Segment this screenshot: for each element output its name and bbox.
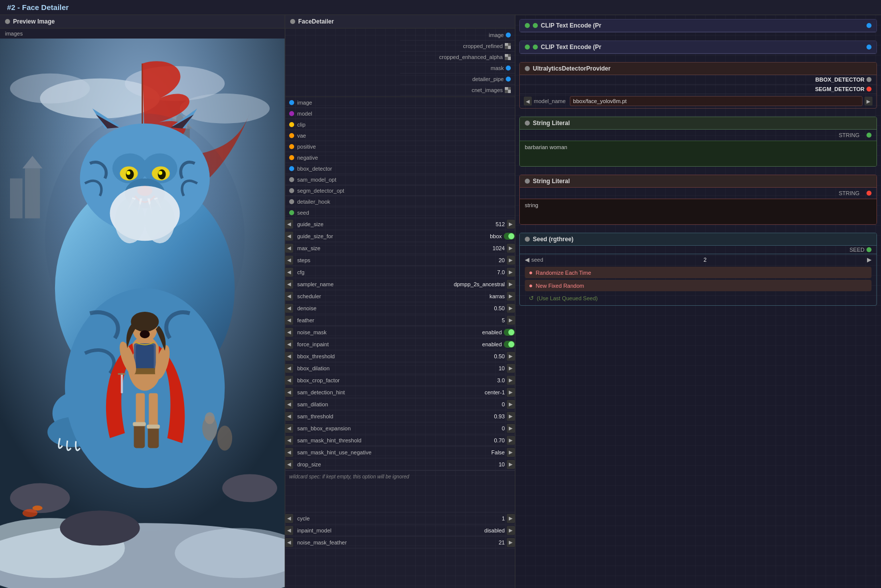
bbox-threshold-left-btn[interactable]: ◀	[285, 352, 293, 361]
randomize-icon: ●	[529, 269, 533, 276]
string-literal-2: String Literal STRING string	[519, 175, 877, 225]
seed-dec-btn[interactable]: ◀	[525, 256, 529, 263]
string2-type-label: STRING	[833, 189, 864, 198]
feather-left-btn[interactable]: ◀	[285, 316, 293, 325]
input-vae-dot	[289, 133, 294, 138]
sam-mask-neg-left-btn[interactable]: ◀	[285, 448, 293, 457]
sam-detection-label: sam_detection_hint	[293, 388, 482, 397]
sam-mask-thresh-left-btn[interactable]: ◀	[285, 436, 293, 445]
sam-dilation-label: sam_dilation	[293, 400, 482, 409]
bbox-crop-left-btn[interactable]: ◀	[285, 376, 293, 385]
string1-dot	[525, 121, 530, 126]
svg-point-71	[60, 510, 140, 545]
inpaint-model-right-btn[interactable]: ▶	[507, 526, 515, 535]
sam-mask-thresh-right-btn[interactable]: ▶	[507, 436, 515, 445]
max-size-left-btn[interactable]: ◀	[285, 244, 293, 253]
clip-node-1: CLIP Text Encode (Pr	[519, 19, 877, 33]
denoise-right-btn[interactable]: ▶	[507, 304, 515, 313]
steps-right-btn[interactable]: ▶	[507, 256, 515, 265]
noise-mask-toggle[interactable]	[504, 329, 515, 336]
denoise-row: ◀ denoise 0.50 ▶	[285, 302, 515, 314]
input-negative-dot	[289, 155, 294, 160]
noise-mask-feather-left-btn[interactable]: ◀	[285, 538, 293, 547]
right-panel: CLIP Text Encode (Pr CLIP Text Encode (P…	[515, 15, 881, 588]
force-inpaint-left-btn[interactable]: ◀	[285, 340, 293, 349]
steps-left-btn[interactable]: ◀	[285, 256, 293, 265]
clip1-left-dot2	[533, 23, 538, 28]
seed-stepper-row: ◀ seed 2 ▶	[520, 254, 876, 265]
preview-dot	[5, 19, 10, 24]
sam-threshold-right-btn[interactable]: ▶	[507, 412, 515, 421]
sampler-left-btn[interactable]: ◀	[285, 280, 293, 289]
sam-threshold-left-btn[interactable]: ◀	[285, 412, 293, 421]
force-inpaint-toggle[interactable]	[504, 341, 515, 348]
bbox-dilation-right-btn[interactable]: ▶	[507, 364, 515, 373]
feather-value: 5	[482, 317, 507, 323]
output-pipe-dot	[506, 77, 511, 82]
bbox-crop-value: 3.0	[482, 377, 507, 383]
sampler-right-btn[interactable]: ▶	[507, 280, 515, 289]
sam-bbox-exp-left-btn[interactable]: ◀	[285, 424, 293, 433]
cfg-left-btn[interactable]: ◀	[285, 268, 293, 277]
clip2-left-dot2	[533, 45, 538, 50]
bbox-crop-row: ◀ bbox_crop_factor 3.0 ▶	[285, 374, 515, 386]
input-negative-label: negative	[297, 155, 318, 161]
drop-size-left-btn[interactable]: ◀	[285, 460, 293, 469]
scheduler-right-btn[interactable]: ▶	[507, 292, 515, 301]
randomize-btn[interactable]: ● Randomize Each Time	[525, 267, 871, 278]
model-name-left-btn[interactable]: ◀	[524, 97, 532, 106]
seed-inc-btn[interactable]: ▶	[867, 256, 871, 263]
sam-bbox-exp-right-btn[interactable]: ▶	[507, 424, 515, 433]
noise-mask-left-btn[interactable]: ◀	[285, 328, 293, 337]
cycle-left-btn[interactable]: ◀	[285, 514, 293, 523]
guide-size-left-btn[interactable]: ◀	[285, 220, 293, 229]
scheduler-value: karras	[482, 293, 507, 299]
sam-mask-thresh-label: sam_mask_hint_threshold	[293, 436, 482, 445]
noise-mask-row: ◀ noise_mask enabled	[285, 326, 515, 338]
new-fixed-label: New Fixed Random	[536, 283, 584, 289]
drop-size-right-btn[interactable]: ▶	[507, 460, 515, 469]
fantasy-image	[0, 39, 285, 588]
left-panel: Preview Image images	[0, 15, 285, 588]
bbox-detector-dot	[866, 77, 871, 82]
sam-mask-neg-right-btn[interactable]: ▶	[507, 448, 515, 457]
cycle-right-btn[interactable]: ▶	[507, 514, 515, 523]
input-model-label: model	[297, 111, 312, 117]
last-queued-icon: ↺	[529, 295, 534, 302]
bbox-crop-right-btn[interactable]: ▶	[507, 376, 515, 385]
inpaint-model-left-btn[interactable]: ◀	[285, 526, 293, 535]
guide-size-for-toggle[interactable]	[504, 233, 515, 240]
input-sam-dot	[289, 177, 294, 182]
model-name-right-btn[interactable]: ▶	[864, 97, 872, 106]
bbox-threshold-right-btn[interactable]: ▶	[507, 352, 515, 361]
guide-size-right-btn[interactable]: ▶	[507, 220, 515, 229]
new-fixed-btn[interactable]: ● New Fixed Random	[525, 280, 871, 291]
string2-content[interactable]: string	[520, 199, 876, 224]
model-name-input[interactable]	[570, 96, 862, 106]
steps-row: ◀ steps 20 ▶	[285, 254, 515, 266]
svg-rect-49	[133, 368, 158, 374]
sam-detection-right-btn[interactable]: ▶	[507, 388, 515, 397]
feather-right-btn[interactable]: ▶	[507, 316, 515, 325]
max-size-right-btn[interactable]: ▶	[507, 244, 515, 253]
last-queued-btn[interactable]: ↺ (Use Last Queued Seed)	[525, 293, 871, 304]
svg-point-28	[127, 171, 131, 175]
guide-size-for-left-btn[interactable]: ◀	[285, 232, 293, 241]
bbox-dilation-left-btn[interactable]: ◀	[285, 364, 293, 373]
sam-dilation-right-btn[interactable]: ▶	[507, 400, 515, 409]
denoise-left-btn[interactable]: ◀	[285, 304, 293, 313]
cycle-label: cycle	[293, 514, 482, 523]
sam-detection-left-btn[interactable]: ◀	[285, 388, 293, 397]
wildcard-input-area[interactable]	[285, 482, 515, 512]
scheduler-left-btn[interactable]: ◀	[285, 292, 293, 301]
string2-type-row: STRING	[520, 188, 876, 199]
sam-dilation-left-btn[interactable]: ◀	[285, 400, 293, 409]
sam-dilation-value: 0	[482, 401, 507, 407]
feather-row: ◀ feather 5 ▶	[285, 314, 515, 326]
randomize-label: Randomize Each Time	[536, 270, 591, 276]
cfg-right-btn[interactable]: ▶	[507, 268, 515, 277]
noise-mask-feather-right-btn[interactable]: ▶	[507, 538, 515, 547]
svg-rect-52	[134, 423, 145, 448]
string1-content[interactable]: barbarian woman	[520, 141, 876, 166]
seed-title: Seed (rgthree)	[533, 236, 871, 243]
